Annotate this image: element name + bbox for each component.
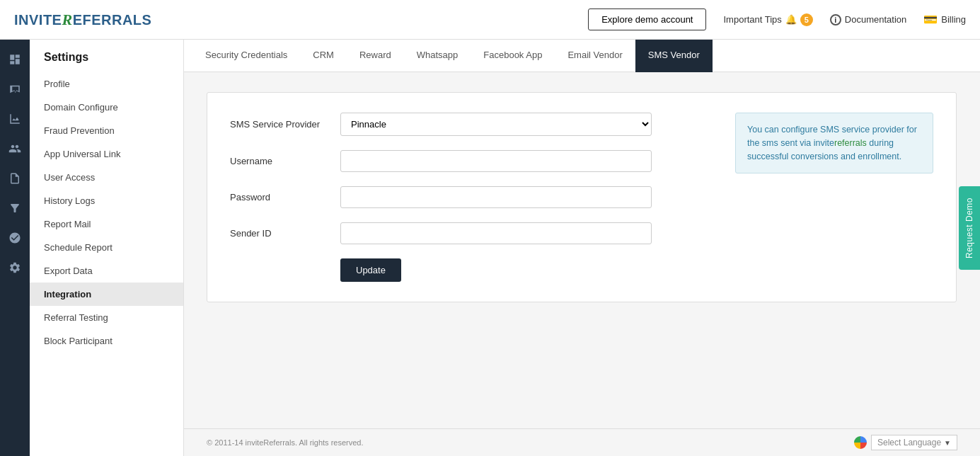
- tab-reward[interactable]: Reward: [347, 40, 404, 72]
- form-area: SMS Service Provider Pinnacle Twilio Nex…: [184, 72, 980, 428]
- sidebar-item-integration[interactable]: Integration: [30, 283, 183, 306]
- notification-badge: 5: [800, 13, 813, 26]
- tab-sms-vendor[interactable]: SMS Vendor: [635, 40, 713, 72]
- logo: INVITEREFERRALS: [14, 11, 151, 29]
- username-label: Username: [230, 156, 329, 166]
- logo-r: R: [62, 11, 72, 28]
- documentation-link[interactable]: i Documentation: [830, 14, 906, 25]
- billing-link[interactable]: 💳 Billing: [923, 13, 966, 26]
- tab-facebook-app[interactable]: Facebook App: [471, 40, 555, 72]
- info-icon: i: [830, 14, 841, 25]
- sidebar-icon-reports[interactable]: [2, 166, 28, 191]
- sidebar-icon-filter[interactable]: [2, 195, 28, 221]
- bell-icon: 🔔: [785, 14, 797, 25]
- sidebar-item-user-access[interactable]: User Access: [30, 166, 183, 189]
- logo-referrals: EFERRALS: [73, 12, 152, 28]
- sms-service-provider-label: SMS Service Provider: [230, 119, 329, 130]
- tab-email-vendor[interactable]: Email Vendor: [555, 40, 635, 72]
- sender-id-label: Sender ID: [230, 228, 329, 239]
- sidebar-item-referral-testing[interactable]: Referral Testing: [30, 306, 183, 329]
- sidebar-item-report-mail[interactable]: Report Mail: [30, 212, 183, 236]
- content-area: Security Credentials CRM Reward Whatsapp…: [184, 40, 980, 456]
- sidebar-icon-campaigns[interactable]: [2, 76, 28, 102]
- tab-crm[interactable]: CRM: [300, 40, 347, 72]
- icon-sidebar: [0, 40, 30, 456]
- info-box: You can configure SMS service provider f…: [735, 113, 933, 173]
- password-label: Password: [230, 192, 329, 203]
- sms-service-provider-row: SMS Service Provider Pinnacle Twilio Nex…: [230, 113, 721, 136]
- sidebar-icon-analytics[interactable]: [2, 106, 28, 132]
- sms-service-provider-select[interactable]: Pinnacle Twilio Nexmo MSG91 Custom: [340, 113, 652, 136]
- sender-id-input[interactable]: [340, 222, 652, 244]
- sidebar-icon-integrations[interactable]: [2, 225, 28, 251]
- select-language-label: Select Language: [877, 438, 941, 448]
- explore-demo-button[interactable]: Explore demo account: [588, 8, 706, 30]
- form-fields: SMS Service Provider Pinnacle Twilio Nex…: [230, 113, 721, 244]
- sidebar-item-fraud-prevention[interactable]: Fraud Prevention: [30, 119, 183, 142]
- copyright-text: © 2011-14 inviteReferrals. All rights re…: [207, 438, 363, 447]
- sidebar-item-history-logs[interactable]: History Logs: [30, 189, 183, 212]
- tab-security-credentials[interactable]: Security Credentials: [192, 40, 300, 72]
- sidebar-item-domain-configure[interactable]: Domain Configure: [30, 96, 183, 119]
- tab-whatsapp[interactable]: Whatsapp: [404, 40, 471, 72]
- footer-right: Select Language ▼: [854, 435, 957, 450]
- tab-bar: Security Credentials CRM Reward Whatsapp…: [184, 40, 980, 72]
- footer: © 2011-14 inviteReferrals. All rights re…: [184, 428, 980, 456]
- password-input[interactable]: [340, 186, 652, 208]
- logo-invite: INVITE: [14, 12, 62, 28]
- sidebar-item-schedule-report[interactable]: Schedule Report: [30, 236, 183, 259]
- form-card: SMS Service Provider Pinnacle Twilio Nex…: [207, 92, 957, 302]
- sidebar-item-app-universal-link[interactable]: App Universal Link: [30, 142, 183, 166]
- google-g-icon: [854, 436, 867, 449]
- settings-title: Settings: [30, 51, 183, 72]
- important-tips-link[interactable]: Important Tips 🔔 5: [723, 13, 812, 26]
- sidebar-icon-dashboard[interactable]: [2, 47, 28, 72]
- header-right: Explore demo account Important Tips 🔔 5 …: [588, 8, 966, 30]
- sidebar-item-export-data[interactable]: Export Data: [30, 259, 183, 283]
- request-demo-button[interactable]: Request Demo: [959, 186, 980, 270]
- sidebar-item-block-participant[interactable]: Block Participant: [30, 329, 183, 353]
- select-language-button[interactable]: Select Language ▼: [871, 435, 957, 450]
- sidebar-icon-users[interactable]: [2, 136, 28, 161]
- sender-id-row: Sender ID: [230, 222, 721, 244]
- password-row: Password: [230, 186, 721, 208]
- info-highlight: referrals: [834, 138, 867, 148]
- settings-sidebar: Settings Profile Domain Configure Fraud …: [30, 40, 184, 456]
- username-input[interactable]: [340, 150, 652, 172]
- sidebar-item-profile[interactable]: Profile: [30, 72, 183, 96]
- top-row: SMS Service Provider Pinnacle Twilio Nex…: [230, 113, 933, 244]
- update-button[interactable]: Update: [340, 258, 401, 282]
- main-layout: Settings Profile Domain Configure Fraud …: [0, 40, 980, 456]
- sidebar-icon-settings[interactable]: [2, 255, 28, 280]
- billing-label: Billing: [941, 14, 966, 25]
- important-tips-label: Important Tips: [723, 14, 781, 25]
- language-dropdown-arrow: ▼: [944, 439, 951, 447]
- username-row: Username: [230, 150, 721, 172]
- documentation-label: Documentation: [845, 14, 906, 25]
- billing-icon: 💳: [923, 13, 938, 26]
- header: INVITEREFERRALS Explore demo account Imp…: [0, 0, 980, 40]
